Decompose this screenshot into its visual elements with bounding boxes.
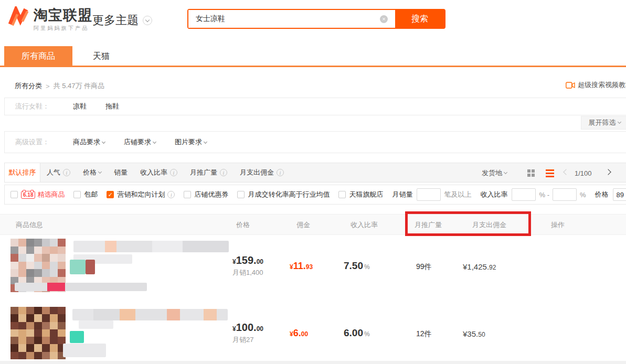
search-input[interactable]	[188, 10, 395, 28]
col-monthly-commission: 月支出佣金	[472, 215, 506, 235]
income-ratio-min-input[interactable]	[512, 188, 536, 201]
page-indicator: 1/100	[575, 163, 592, 183]
col-action: 操作	[551, 215, 565, 235]
sort-sales[interactable]: 销量	[108, 163, 134, 182]
top-header: 淘宝联盟 阿里妈妈旗下产品 更多主题 × 搜索	[0, 0, 626, 46]
censored-title	[73, 241, 229, 252]
result-count: 共 5.47万 件商品	[54, 81, 105, 91]
censored-badge	[70, 331, 84, 343]
sort-monthly-commission[interactable]: 月支出佣金i	[234, 163, 290, 182]
video-tutorial-link[interactable]: 超级搜索视频教程	[566, 80, 626, 90]
618-badge-icon: 6.18	[21, 191, 35, 199]
more-themes-label: 更多主题	[92, 13, 139, 28]
info-icon[interactable]: i	[170, 169, 177, 176]
censored-badge	[86, 260, 95, 274]
sort-default[interactable]: 默认排序	[5, 163, 40, 182]
censored-shop-line	[63, 344, 106, 357]
filter-marketing-plan[interactable]: ✓ 营销和定向计划 i	[107, 190, 175, 199]
checkbox-conversion[interactable]	[237, 191, 245, 198]
info-icon[interactable]: i	[63, 169, 70, 176]
sort-bar: 默认排序 人气i 价格 销量 收入比率i 月推广量i 月支出佣金i 发货地 1/…	[4, 163, 626, 183]
filter-featured[interactable]: 6.18 精选商品	[10, 190, 65, 199]
censored-badge	[70, 260, 86, 274]
col-income-ratio: 收入比率	[351, 215, 378, 235]
page-bottom-strip	[0, 361, 626, 364]
breadcrumb-separator: >	[46, 82, 50, 90]
more-themes-menu[interactable]: 更多主题	[92, 13, 152, 28]
price-min-input[interactable]	[613, 188, 626, 201]
col-product-info: 商品信息	[16, 215, 43, 235]
search-button[interactable]: 搜索	[395, 10, 444, 28]
advanced-settings-box: 高级设置： 商品要求 店铺要求 图片要求	[4, 131, 626, 153]
logo[interactable]: 淘宝联盟 阿里妈妈旗下产品	[7, 6, 92, 32]
info-icon[interactable]: i	[167, 191, 175, 198]
col-commission: 佣金	[296, 215, 310, 235]
info-icon[interactable]: i	[220, 169, 227, 176]
search-box: × 搜索	[187, 9, 445, 29]
advanced-settings-label: 高级设置：	[15, 137, 73, 147]
expand-filter-button[interactable]: 展开筛选	[581, 116, 626, 130]
checkbox-filter-row: 6.18 精选商品 包邮 ✓ 营销和定向计划 i 店铺优惠券 月成交转化率高于行…	[4, 185, 626, 205]
income-ratio-cell: 7.50%	[344, 260, 370, 272]
logo-subtitle: 阿里妈妈旗下产品	[34, 25, 92, 32]
monthly-promo-cell: 12件	[416, 329, 432, 339]
info-icon[interactable]: i	[277, 169, 284, 176]
checkbox-store-coupon[interactable]	[184, 191, 191, 198]
filter-price-range: 价格 元 - 元	[595, 188, 626, 201]
product-row: ¥159.00 月销1,400 ¥11.93 7.50% 99件 ¥1,425.…	[0, 239, 626, 306]
tab-all-products[interactable]: 所有商品	[4, 46, 72, 66]
quick-filter-box: 流行女鞋： 凉鞋 拖鞋	[4, 98, 626, 115]
dropdown-image-requirements[interactable]: 图片要求	[175, 137, 207, 147]
censored-title	[72, 309, 228, 320]
filter-option-slippers[interactable]: 拖鞋	[105, 102, 119, 111]
dropdown-store-requirements[interactable]: 店铺要求	[124, 137, 156, 147]
taobao-union-logo-icon	[7, 6, 31, 28]
taobao-union-app: 淘宝联盟 阿里妈妈旗下产品 更多主题 × 搜索 所有商品 天猫 所有分类 > 共…	[0, 0, 626, 364]
sort-income-ratio[interactable]: 收入比率i	[134, 163, 184, 182]
monthly-sales-input[interactable]	[417, 188, 441, 201]
checkbox-marketing-plan[interactable]: ✓	[107, 191, 114, 198]
clear-search-icon[interactable]: ×	[380, 15, 388, 23]
checkbox-free-shipping[interactable]	[73, 191, 81, 198]
breadcrumb-category[interactable]: 所有分类	[15, 81, 42, 91]
list-view-icon[interactable]	[546, 169, 554, 177]
logo-title: 淘宝联盟	[34, 7, 92, 23]
filter-conversion-above-avg[interactable]: 月成交转化率高于行业均值	[237, 190, 330, 199]
checkbox-tmall-flagship[interactable]	[338, 191, 346, 198]
commission-cell: ¥11.93	[290, 261, 313, 272]
monthly-sales: 月销27	[232, 335, 263, 345]
ship-from-dropdown[interactable]: 发货地	[482, 163, 507, 183]
tab-underline	[0, 66, 626, 67]
censored-text	[79, 320, 113, 329]
dropdown-product-requirements[interactable]: 商品要求	[73, 137, 105, 147]
breadcrumb: 所有分类 > 共 5.47万 件商品	[15, 81, 104, 91]
chevron-down-icon	[143, 16, 152, 25]
sort-popularity[interactable]: 人气i	[40, 163, 77, 182]
col-monthly-promo: 月推广量	[415, 215, 442, 235]
quick-filter-label: 流行女鞋：	[15, 102, 73, 111]
checkbox-featured[interactable]	[10, 191, 18, 198]
filter-monthly-sales: 月销量 笔及以上	[392, 188, 471, 201]
price-cell: ¥100.00 月销27	[232, 322, 263, 345]
tab-tmall[interactable]: 天猫	[83, 46, 120, 66]
sort-monthly-promo[interactable]: 月推广量i	[184, 163, 234, 182]
product-image[interactable]	[10, 307, 66, 359]
grid-view-icon[interactable]	[527, 169, 535, 177]
filter-free-shipping[interactable]: 包邮	[73, 190, 98, 199]
commission-cell: ¥6.00	[290, 328, 308, 339]
income-ratio-max-input[interactable]	[553, 188, 577, 201]
monthly-commission-cell: ¥35.50	[463, 329, 485, 339]
table-header: 商品信息 价格 佣金 收入比率 月推广量 月支出佣金 操作	[0, 214, 626, 235]
next-page-icon[interactable]	[606, 170, 611, 175]
filter-income-ratio: 收入比率 % - %	[480, 188, 586, 201]
video-tutorial-label: 超级搜索视频教程	[578, 80, 626, 90]
filter-tmall-flagship[interactable]: 天猫旗舰店	[338, 190, 383, 199]
sort-price[interactable]: 价格	[77, 163, 108, 182]
filter-store-coupon[interactable]: 店铺优惠券	[184, 190, 228, 199]
product-row: ¥100.00 月销27 ¥6.00 6.00% 12件 ¥35.50	[0, 307, 626, 364]
filter-option-sandals[interactable]: 凉鞋	[73, 102, 87, 111]
video-camera-icon	[566, 82, 575, 89]
prev-page-icon[interactable]	[564, 170, 569, 175]
income-ratio-cell: 6.00%	[344, 327, 370, 339]
tab-bar: 所有商品 天猫	[0, 46, 626, 67]
